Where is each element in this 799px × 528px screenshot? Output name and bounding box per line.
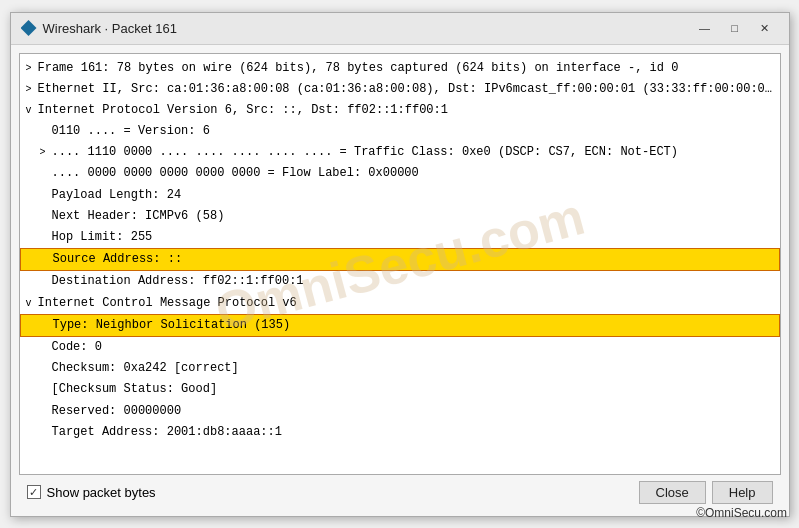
- tree-row-icmpv6-checksum-status[interactable]: [Checksum Status: Good]: [20, 379, 780, 400]
- tree-row-ipv6-version[interactable]: 0110 .... = Version: 6: [20, 121, 780, 142]
- row-text: Checksum: 0xa242 [correct]: [52, 361, 239, 375]
- row-text: Code: 0: [52, 340, 102, 354]
- minimize-button[interactable]: —: [691, 17, 719, 39]
- tree-row-icmpv6-target[interactable]: Target Address: 2001:db8:aaaa::1: [20, 422, 780, 443]
- expander-icon[interactable]: >: [26, 61, 38, 77]
- tree-row-ipv6-payload[interactable]: Payload Length: 24: [20, 185, 780, 206]
- checkbox-check-icon: ✓: [29, 486, 38, 499]
- tree-row-ipv6-hoplimit[interactable]: Hop Limit: 255: [20, 227, 780, 248]
- titlebar-left: Wireshark · Packet 161: [21, 20, 177, 36]
- row-text: Source Address: ::: [53, 252, 183, 266]
- window-title: Wireshark · Packet 161: [43, 21, 177, 36]
- tree-row-icmpv6-reserved[interactable]: Reserved: 00000000: [20, 401, 780, 422]
- copyright-text: ©OmniSecu.com: [696, 506, 787, 520]
- row-text: Target Address: 2001:db8:aaaa::1: [52, 425, 282, 439]
- content-area: OmniSecu.com > Frame 161: 78 bytes on wi…: [11, 45, 789, 516]
- footer-right: Close Help: [639, 481, 773, 504]
- show-bytes-checkbox[interactable]: ✓: [27, 485, 41, 499]
- row-text: Next Header: ICMPv6 (58): [52, 209, 225, 223]
- close-button[interactable]: Close: [639, 481, 706, 504]
- tree-row-ipv6[interactable]: v Internet Protocol Version 6, Src: ::, …: [20, 100, 780, 121]
- footer-left: ✓ Show packet bytes: [27, 485, 156, 500]
- row-text: .... 1110 0000 .... .... .... .... .... …: [52, 145, 679, 159]
- titlebar-controls: — □ ✕: [691, 17, 779, 39]
- wireshark-icon: [21, 20, 37, 36]
- tree-row-ipv6-flow[interactable]: .... 0000 0000 0000 0000 0000 = Flow Lab…: [20, 163, 780, 184]
- maximize-button[interactable]: □: [721, 17, 749, 39]
- row-text: [Checksum Status: Good]: [52, 382, 218, 396]
- row-text: Internet Control Message Protocol v6: [38, 296, 297, 310]
- tree-row-icmpv6-type[interactable]: Type: Neighbor Solicitation (135): [20, 314, 780, 337]
- tree-row-ipv6-nexthdr[interactable]: Next Header: ICMPv6 (58): [20, 206, 780, 227]
- tree-row-icmpv6-code[interactable]: Code: 0: [20, 337, 780, 358]
- expander-icon[interactable]: v: [26, 103, 38, 119]
- row-text: Internet Protocol Version 6, Src: ::, Ds…: [38, 103, 448, 117]
- row-text: Payload Length: 24: [52, 188, 182, 202]
- row-text: Type: Neighbor Solicitation (135): [53, 318, 291, 332]
- tree-row-frame[interactable]: > Frame 161: 78 bytes on wire (624 bits)…: [20, 58, 780, 79]
- tree-row-ethernet[interactable]: > Ethernet II, Src: ca:01:36:a8:00:08 (c…: [20, 79, 780, 100]
- show-bytes-label: Show packet bytes: [47, 485, 156, 500]
- row-text: Destination Address: ff02::1:ff00:1: [52, 274, 304, 288]
- footer-bar: ✓ Show packet bytes Close Help: [19, 475, 781, 508]
- tree-row-ipv6-traffic[interactable]: > .... 1110 0000 .... .... .... .... ...…: [20, 142, 780, 163]
- tree-row-icmpv6[interactable]: v Internet Control Message Protocol v6: [20, 293, 780, 314]
- packet-detail-area: OmniSecu.com > Frame 161: 78 bytes on wi…: [19, 53, 781, 475]
- tree-row-ipv6-dst[interactable]: Destination Address: ff02::1:ff00:1: [20, 271, 780, 292]
- row-text: Hop Limit: 255: [52, 230, 153, 244]
- expander-icon[interactable]: >: [40, 145, 52, 161]
- titlebar: Wireshark · Packet 161 — □ ✕: [11, 13, 789, 45]
- packet-detail-tree[interactable]: > Frame 161: 78 bytes on wire (624 bits)…: [19, 53, 781, 475]
- row-text: Frame 161: 78 bytes on wire (624 bits), …: [38, 61, 679, 75]
- help-button[interactable]: Help: [712, 481, 773, 504]
- expander-icon[interactable]: v: [26, 296, 38, 312]
- expander-icon[interactable]: >: [26, 82, 38, 98]
- main-window: Wireshark · Packet 161 — □ ✕ OmniSecu.co…: [10, 12, 790, 517]
- row-text: Reserved: 00000000: [52, 404, 182, 418]
- close-window-button[interactable]: ✕: [751, 17, 779, 39]
- tree-row-ipv6-src[interactable]: Source Address: ::: [20, 248, 780, 271]
- row-text: Ethernet II, Src: ca:01:36:a8:00:08 (ca:…: [38, 82, 780, 96]
- row-text: .... 0000 0000 0000 0000 0000 = Flow Lab…: [52, 166, 419, 180]
- row-text: 0110 .... = Version: 6: [52, 124, 210, 138]
- tree-row-icmpv6-checksum[interactable]: Checksum: 0xa242 [correct]: [20, 358, 780, 379]
